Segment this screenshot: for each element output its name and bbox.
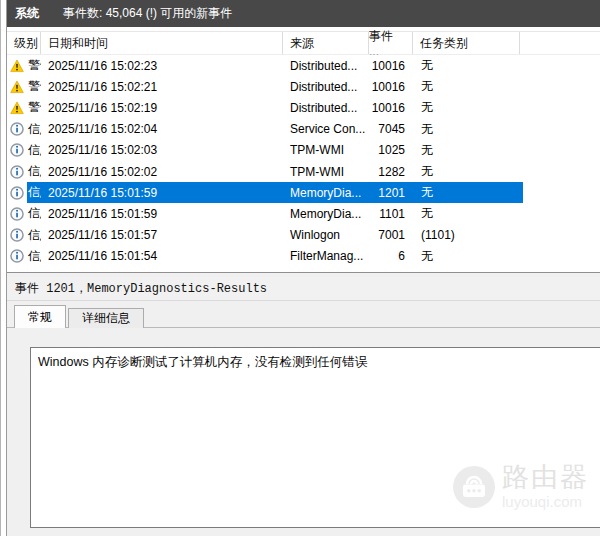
- table-row[interactable]: 信息2025/11/16 15:02:03TPM-WMI1025无: [7, 140, 600, 161]
- cell-level: 警告: [7, 57, 41, 74]
- cell-source: MemoryDia...: [283, 207, 369, 221]
- table-row[interactable]: 信息2025/11/16 15:01:59MemoryDia...1201无: [7, 182, 600, 203]
- level-label: 信息: [28, 270, 41, 272]
- cell-level: 信息: [7, 163, 41, 180]
- column-header-eid[interactable]: 事件 ...: [369, 32, 413, 54]
- level-label: 信息: [28, 248, 41, 265]
- cell-task-category: 无: [413, 57, 520, 74]
- cell-level: 警告: [7, 99, 41, 116]
- cell-source: TPM...: [283, 270, 369, 272]
- cell-datetime: 2025/11/16 15:01:54: [41, 249, 283, 263]
- preview-event-title: 事件 1201，MemoryDiagnostics-Results: [7, 277, 600, 301]
- cell-datetime: 2025/11/16 15:01:59: [41, 186, 283, 200]
- level-label: 信息: [28, 205, 41, 222]
- event-description-box[interactable]: Windows 内存诊断测试了计算机内存，没有检测到任何错误 路由器 luyou…: [30, 347, 600, 528]
- cell-event-id: 16: [369, 270, 413, 272]
- cell-source: Distributed...: [283, 101, 369, 115]
- table-row[interactable]: 信息2025/11/16 15:01:54FilterManag...6无: [7, 246, 600, 267]
- cell-source: TPM-WMI: [283, 165, 369, 179]
- column-header-dt[interactable]: 日期和时间: [41, 32, 283, 54]
- cell-level: 信息: [7, 248, 41, 265]
- tab-general[interactable]: 常规: [14, 305, 66, 328]
- level-label: 信息: [28, 121, 41, 138]
- cell-task-category: 无: [413, 78, 520, 95]
- warning-icon: [10, 59, 24, 73]
- cell-datetime: 2025/11/16 15:01:59: [41, 207, 283, 221]
- cell-source: Service Con...: [283, 122, 369, 136]
- cell-event-id: 10016: [369, 59, 413, 73]
- level-label: 信息: [28, 184, 41, 201]
- cell-datetime: 2025/11/16 15:02:19: [41, 101, 283, 115]
- cell-datetime: 2025/11/16 15:02:03: [41, 143, 283, 157]
- level-label: 警告: [28, 78, 41, 95]
- cell-event-id: 6: [369, 249, 413, 263]
- info-icon: [10, 186, 24, 200]
- table-row[interactable]: 信息2025/11/16 15:02:02TPM-WMI1282无: [7, 161, 600, 182]
- info-icon: [10, 207, 24, 221]
- cell-source: Distributed...: [283, 80, 369, 94]
- event-viewer-window: 系统 事件数: 45,064 (!) 可用的新事件 级别日期和时间来源事件 ..…: [0, 0, 600, 536]
- level-label: 警告: [28, 99, 41, 116]
- cell-source: Distributed...: [283, 59, 369, 73]
- cell-level: 信息: [7, 184, 41, 201]
- cell-event-id: 10016: [369, 80, 413, 94]
- cell-source: TPM-WMI: [283, 143, 369, 157]
- cell-source: FilterManag...: [283, 249, 369, 263]
- info-icon: [10, 249, 24, 263]
- cell-event-id: 7001: [369, 228, 413, 242]
- cell-event-id: 1025: [369, 143, 413, 157]
- cell-level: 信息: [7, 205, 41, 222]
- cell-level: 信息: [7, 121, 41, 138]
- pane-title: 系统: [15, 5, 39, 22]
- level-label: 信息: [28, 142, 41, 159]
- cell-level: 信息: [7, 142, 41, 159]
- cell-event-id: 1282: [369, 165, 413, 179]
- cell-task-category: 无: [413, 205, 520, 222]
- cell-event-id: 7045: [369, 122, 413, 136]
- cell-task-category: 无: [413, 142, 520, 159]
- info-icon: [10, 143, 24, 157]
- table-row[interactable]: 信息2025/11/16 15:01:59MemoryDia...1101无: [7, 203, 600, 224]
- cell-task-category: 无: [413, 248, 520, 265]
- cell-datetime: 2025/11/16 15:02:21: [41, 80, 283, 94]
- cell-event-id: 1101: [369, 207, 413, 221]
- router-logo-icon: [453, 466, 495, 508]
- table-row[interactable]: 信息2025/11/16 15:01:57Winlogon7001(1101): [7, 225, 600, 246]
- cell-task-category: 无: [413, 99, 520, 116]
- preview-tab-page: 常规 详细信息 Windows 内存诊断测试了计算机内存，没有检测到任何错误: [7, 301, 600, 536]
- cell-task-category: 无: [413, 270, 520, 272]
- table-row[interactable]: 警告2025/11/16 15:02:23Distributed...10016…: [7, 55, 600, 76]
- info-icon: [10, 165, 24, 179]
- cell-datetime: 2025/11/16 15:02:04: [41, 122, 283, 136]
- cell-task-category: 无: [413, 184, 520, 201]
- cell-datetime: 2025/11/16 15:01:51: [41, 270, 283, 272]
- event-rows: 警告2025/11/16 15:02:23Distributed...10016…: [7, 55, 600, 272]
- level-label: 警告: [28, 57, 41, 74]
- cell-source: Winlogon: [283, 228, 369, 242]
- cell-task-category: 无: [413, 163, 520, 180]
- table-row[interactable]: 信息2025/11/16 15:02:04Service Con...7045无: [7, 119, 600, 140]
- tab-details[interactable]: 详细信息: [68, 308, 144, 328]
- cell-level: 信息: [7, 227, 41, 244]
- watermark-title: 路由器: [502, 464, 589, 491]
- cell-level: 警告: [7, 78, 41, 95]
- level-label: 信息: [28, 227, 41, 244]
- info-icon: [10, 228, 24, 242]
- cell-datetime: 2025/11/16 15:02:23: [41, 59, 283, 73]
- table-row[interactable]: 警告2025/11/16 15:02:21Distributed...10016…: [7, 76, 600, 97]
- level-label: 信息: [28, 163, 41, 180]
- watermark: 路由器 luyouqi.com: [453, 464, 589, 509]
- column-header-task[interactable]: 任务类别: [413, 32, 520, 54]
- watermark-url: luyouqi.com: [502, 494, 589, 509]
- preview-tabs: 常规 详细信息: [14, 305, 146, 328]
- table-row[interactable]: 信息2025/11/16 15:01:51TPM...16无: [7, 267, 600, 272]
- warning-icon: [10, 101, 24, 115]
- table-row[interactable]: 警告2025/11/16 15:02:19Distributed...10016…: [7, 97, 600, 118]
- cell-event-id: 10016: [369, 101, 413, 115]
- column-header-row: 级别日期和时间来源事件 ...任务类别: [7, 31, 600, 55]
- window-left-gutter: [0, 0, 7, 536]
- column-header-level[interactable]: 级别: [7, 32, 41, 54]
- info-icon: [10, 122, 24, 136]
- cell-event-id: 1201: [369, 186, 413, 200]
- column-header-src[interactable]: 来源: [283, 32, 369, 54]
